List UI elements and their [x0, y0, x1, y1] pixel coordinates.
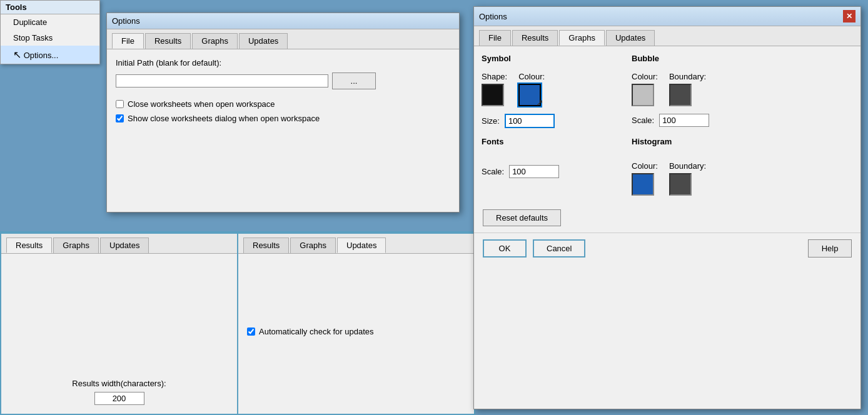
symbol-colour-label: Colour:	[518, 72, 545, 81]
options-dialog-2: Options ✕ File Results Graphs Updates Sy…	[473, 6, 861, 409]
bubble-boundary-field: Boundary:	[669, 72, 706, 106]
auto-check-updates-checkbox[interactable]	[247, 328, 255, 336]
results-width-input[interactable]	[94, 392, 144, 405]
symbol-colour-swatch[interactable]: ↗	[518, 84, 541, 106]
browse-button[interactable]: ...	[332, 72, 376, 89]
fonts-scale-row: Scale:	[482, 165, 607, 178]
histogram-group: Histogram Colour: Boundary:	[632, 137, 757, 196]
bubble-header: Bubble	[632, 54, 757, 63]
help-button[interactable]: Help	[808, 239, 852, 258]
tab-results-2[interactable]: Results	[512, 30, 558, 46]
tab-updates-br[interactable]: Updates	[337, 238, 386, 253]
fonts-histogram-row: Fonts Scale: Histogram Colour:	[482, 137, 853, 196]
bubble-colour-label: Colour:	[632, 72, 658, 81]
dialog2-buttons: OK Cancel Help	[474, 232, 860, 264]
graphs-content: Symbol Shape: Colour: ↗	[474, 46, 860, 203]
histogram-boundary-swatch[interactable]	[669, 173, 692, 196]
tab-results-br[interactable]: Results	[243, 238, 289, 253]
cursor-on-swatch: ↗	[536, 98, 543, 108]
tab-file-2[interactable]: File	[479, 30, 511, 46]
bubble-scale-label: Scale:	[632, 116, 654, 125]
tab-file-1[interactable]: File	[112, 33, 144, 49]
histogram-header: Histogram	[632, 137, 757, 146]
histogram-colour-label: Colour:	[632, 161, 658, 171]
symbol-controls: Shape: Colour: ↗	[482, 72, 607, 106]
bubble-colour-swatch[interactable]	[632, 84, 654, 106]
histogram-boundary-field: Boundary:	[669, 161, 706, 196]
dialog2-close-button[interactable]: ✕	[843, 10, 855, 22]
tools-context-menu: Tools Duplicate Stop Tasks ↖ Options...	[0, 0, 100, 64]
bottom-right-content: Automatically check for updates	[238, 254, 474, 414]
dialog1-file-content: Initial Path (blank for default): ... Cl…	[107, 49, 459, 137]
histogram-boundary-label: Boundary:	[669, 161, 706, 171]
show-close-dialog-checkbox[interactable]	[116, 114, 124, 122]
menu-item-stop-tasks[interactable]: Stop Tasks	[1, 30, 99, 46]
histogram-controls: Colour: Boundary:	[632, 161, 757, 196]
tab-graphs-1[interactable]: Graphs	[192, 33, 238, 49]
options-dialog-1: Options File Results Graphs Updates Init…	[106, 12, 460, 212]
bubble-colour-field: Colour:	[632, 72, 658, 106]
dialog1-tab-bar: File Results Graphs Updates	[107, 29, 459, 49]
menu-item-options[interactable]: ↖ Options...	[1, 46, 99, 64]
bottom-left-content: Results width(characters):	[1, 254, 237, 414]
symbol-bubble-row: Symbol Shape: Colour: ↗	[482, 54, 853, 128]
bubble-scale-input[interactable]	[659, 114, 709, 127]
histogram-colour-swatch[interactable]	[632, 173, 654, 196]
fonts-header: Fonts	[482, 137, 607, 146]
bottom-left-panel: Results Graphs Updates Results width(cha…	[0, 232, 238, 415]
tab-updates-1[interactable]: Updates	[239, 33, 288, 49]
tab-results-bl[interactable]: Results	[6, 238, 52, 253]
cancel-button[interactable]: Cancel	[533, 239, 585, 258]
tab-graphs-br[interactable]: Graphs	[290, 238, 336, 253]
cursor-icon: ↖	[13, 49, 21, 61]
close-worksheets-checkbox[interactable]	[116, 100, 124, 108]
menu-item-duplicate[interactable]: Duplicate	[1, 14, 99, 30]
tab-updates-bl[interactable]: Updates	[100, 238, 149, 253]
symbol-shape-swatch[interactable]	[482, 84, 504, 106]
tab-graphs-2[interactable]: Graphs	[559, 30, 605, 46]
symbol-size-row: Size:	[482, 114, 607, 128]
initial-path-input[interactable]	[116, 74, 328, 88]
symbol-size-label: Size:	[482, 116, 500, 126]
close-worksheets-row: Close worksheets when open workspace	[116, 99, 450, 109]
dialog2-title: Options	[479, 12, 507, 21]
dialog1-titlebar: Options	[107, 13, 459, 29]
bottom-panels: Results Graphs Updates Results width(cha…	[0, 231, 475, 415]
show-close-dialog-label: Show close worksheets dialog when open w…	[128, 114, 320, 123]
buttons-spacer	[592, 239, 802, 258]
tab-updates-2[interactable]: Updates	[606, 30, 655, 46]
bubble-boundary-label: Boundary:	[669, 72, 706, 81]
symbol-header: Symbol	[482, 54, 607, 63]
dialog2-titlebar: Options ✕	[474, 7, 860, 26]
show-close-dialog-row: Show close worksheets dialog when open w…	[116, 114, 450, 123]
symbol-size-input[interactable]	[505, 114, 555, 128]
auto-check-updates-label: Automatically check for updates	[259, 327, 374, 336]
bubble-scale-row: Scale:	[632, 114, 757, 127]
reset-defaults-row: Reset defaults	[474, 203, 860, 232]
bubble-boundary-swatch[interactable]	[669, 84, 692, 106]
symbol-shape-label: Shape:	[482, 72, 507, 81]
auto-check-updates-row: Automatically check for updates	[247, 327, 374, 336]
dialog2-body: Symbol Shape: Colour: ↗	[474, 46, 860, 264]
menu-item-options-label: Options...	[24, 51, 59, 60]
fonts-scale-input[interactable]	[509, 165, 559, 178]
results-width-label: Results width(characters):	[72, 379, 166, 388]
symbol-colour-field: Colour: ↗	[518, 72, 545, 106]
bottom-left-tab-bar: Results Graphs Updates	[1, 234, 237, 254]
bubble-controls: Colour: Boundary:	[632, 72, 757, 106]
bubble-group: Bubble Colour: Boundary: Scale:	[632, 54, 757, 128]
bottom-right-tab-bar: Results Graphs Updates	[238, 234, 474, 254]
initial-path-label: Initial Path (blank for default):	[116, 58, 221, 68]
dialog2-tab-bar: File Results Graphs Updates	[474, 26, 860, 46]
histogram-colour-field: Colour:	[632, 161, 658, 196]
tab-results-1[interactable]: Results	[145, 33, 191, 49]
ok-button[interactable]: OK	[483, 239, 527, 258]
bottom-right-panel: Results Graphs Updates Automatically che…	[238, 232, 475, 415]
symbol-shape-field: Shape:	[482, 72, 507, 106]
tools-menu-title: Tools	[1, 1, 99, 14]
symbol-group: Symbol Shape: Colour: ↗	[482, 54, 607, 128]
reset-defaults-button[interactable]: Reset defaults	[483, 209, 561, 226]
fonts-group: Fonts Scale:	[482, 137, 607, 196]
dialog1-title: Options	[112, 16, 140, 26]
tab-graphs-bl[interactable]: Graphs	[53, 238, 99, 253]
